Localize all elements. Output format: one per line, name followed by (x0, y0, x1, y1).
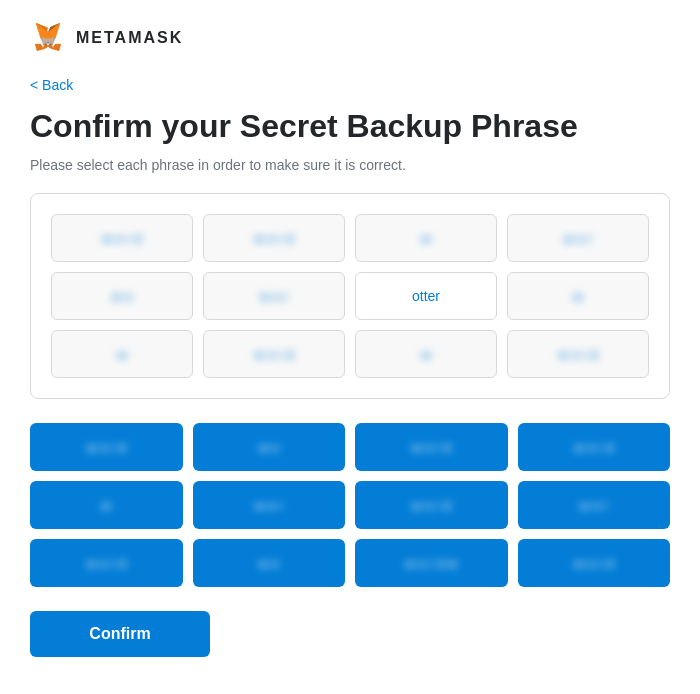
word-bank-btn[interactable]: w o r d (30, 539, 183, 587)
metamask-logo-icon (30, 20, 66, 56)
phrase-slot[interactable]: w o r d (203, 214, 345, 262)
phrase-slot[interactable]: w o (51, 272, 193, 320)
word-bank: w o r d w o w o r d w o r d w w o r w o … (30, 423, 670, 587)
phrase-slot[interactable]: w o r d (507, 330, 649, 378)
word-bank-btn[interactable]: w o r d w (355, 539, 508, 587)
page-subtitle: Please select each phrase in order to ma… (30, 157, 670, 173)
word-bank-btn[interactable]: w o r d (355, 481, 508, 529)
header: METAMASK (30, 20, 670, 56)
phrase-slot[interactable]: w o r (203, 272, 345, 320)
phrase-slot[interactable]: w (51, 330, 193, 378)
phrase-slot[interactable]: w o r d (51, 214, 193, 262)
word-bank-btn[interactable]: w o r (518, 481, 671, 529)
word-bank-btn[interactable]: w o r d (30, 423, 183, 471)
svg-marker-2 (53, 44, 61, 50)
word-bank-btn[interactable]: w o (193, 539, 346, 587)
phrase-slot[interactable]: w (507, 272, 649, 320)
phrase-slot[interactable]: w o r (507, 214, 649, 262)
phrase-slot[interactable]: w (355, 330, 497, 378)
word-bank-btn[interactable]: w o r d (518, 539, 671, 587)
phrase-slot-otter[interactable]: otter (355, 272, 497, 320)
phrase-slot[interactable]: w o r d (203, 330, 345, 378)
phrase-drop-zone: w o r d w o r d w w o r w o w o r otter … (30, 193, 670, 399)
word-bank-btn[interactable]: w o (193, 423, 346, 471)
phrase-slot[interactable]: w (355, 214, 497, 262)
svg-marker-3 (35, 44, 43, 50)
page-title: Confirm your Secret Backup Phrase (30, 107, 670, 145)
back-link[interactable]: < Back (30, 77, 73, 93)
confirm-button[interactable]: Confirm (30, 611, 210, 657)
word-bank-btn[interactable]: w (30, 481, 183, 529)
word-bank-btn[interactable]: w o r d (355, 423, 508, 471)
phrase-slot-grid: w o r d w o r d w w o r w o w o r otter … (51, 214, 649, 378)
logo-text: METAMASK (76, 29, 183, 47)
word-bank-btn[interactable]: w o r d (518, 423, 671, 471)
word-bank-btn[interactable]: w o r (193, 481, 346, 529)
